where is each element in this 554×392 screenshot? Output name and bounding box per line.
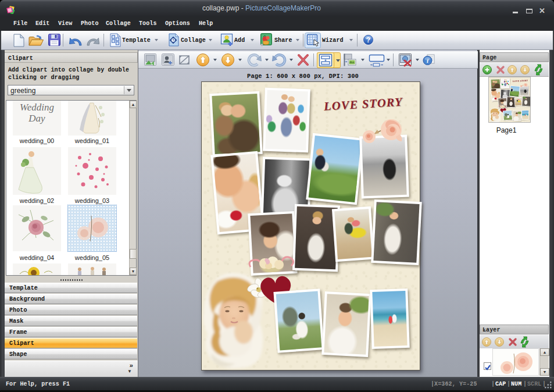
svg-text:?: ? — [366, 36, 370, 44]
